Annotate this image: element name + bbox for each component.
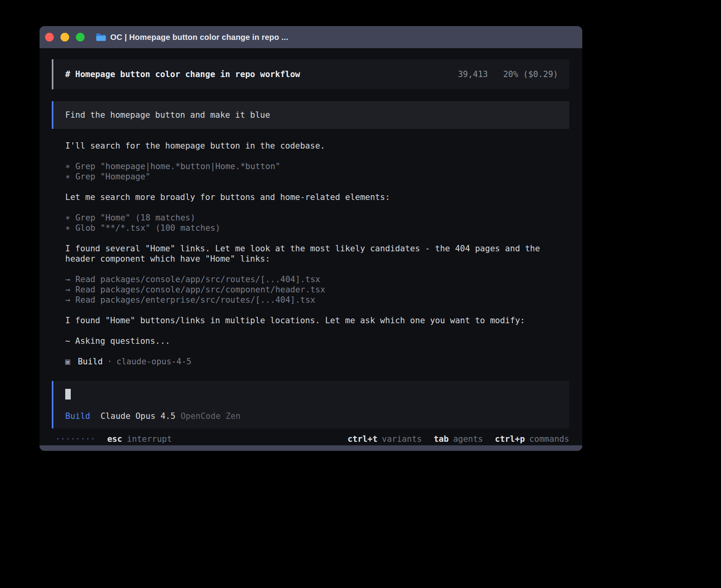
- tool-asterisk-icon: ∗: [65, 172, 70, 181]
- tool-call-text: Read packages/enterprise/src/routes/[...…: [75, 295, 315, 305]
- tool-call-text: Read packages/console/app/src/component/…: [75, 285, 325, 294]
- provider-label: OpenCode Zen: [181, 411, 241, 421]
- tool-asterisk-icon: ∗: [65, 213, 70, 222]
- tool-call-grep: ∗Grep "Homepage": [65, 172, 544, 182]
- asking-questions-status: ~ Asking questions...: [65, 336, 544, 346]
- tool-call-group: ∗Grep "homepage|home.*button|Home.*butto…: [65, 161, 544, 182]
- zoom-button[interactable]: [76, 33, 85, 41]
- tool-call-text: Grep "Home" (18 matches): [75, 213, 195, 222]
- window-controls: [45, 33, 85, 41]
- agent-square-icon: ▣: [65, 356, 70, 367]
- token-count: 39,413: [458, 70, 488, 79]
- tool-call-read: →Read packages/enterprise/src/routes/[..…: [65, 295, 544, 305]
- tool-call-group: ∗Grep "Home" (18 matches) ∗Glob "**/*.ts…: [65, 213, 544, 233]
- tool-asterisk-icon: ∗: [65, 162, 70, 171]
- tool-call-text: Grep "homepage|home.*button|Home.*button…: [75, 162, 280, 171]
- shortcut-key: ctrl+t: [347, 434, 377, 444]
- session-title: # Homepage button color change in repo w…: [65, 69, 300, 79]
- assistant-text: I'll search for the homepage button in t…: [65, 141, 544, 151]
- shortcut-label: agents: [453, 434, 483, 444]
- assistant-paragraph: Let me search more broadly for buttons a…: [65, 192, 544, 202]
- tool-call-text: Glob "**/*.tsx" (100 matches): [75, 223, 221, 233]
- shortcut-key: ctrl+p: [495, 434, 525, 444]
- tool-call-text: Read packages/console/app/src/routes/[..…: [75, 275, 321, 284]
- esc-action-label: interrupt: [127, 434, 172, 444]
- shortcut-agents: tabagents: [434, 434, 483, 444]
- esc-key-hint: esc: [107, 434, 122, 444]
- tool-call-read: →Read packages/console/app/src/routes/[.…: [65, 274, 544, 285]
- tool-call-text: Grep "Homepage": [75, 172, 151, 181]
- arrow-right-icon: →: [65, 295, 70, 305]
- tool-call-read: →Read packages/console/app/src/component…: [65, 285, 544, 295]
- status-line: ~ Asking questions...: [65, 336, 544, 346]
- session-stats: 39,413 20% ($0.29): [458, 69, 558, 79]
- window-title: OC | Homepage button color change in rep…: [110, 33, 288, 42]
- prompt-input[interactable]: Build Claude Opus 4.5 OpenCode Zen: [52, 381, 569, 428]
- assistant-paragraph: I found several "Home" links. Let me loo…: [65, 243, 544, 264]
- terminal-window: OC | Homepage button color change in rep…: [40, 26, 582, 451]
- status-bar: ········ esc interrupt ctrl+tvariants ta…: [52, 434, 569, 444]
- assistant-text: Let me search more broadly for buttons a…: [65, 192, 544, 202]
- tool-call-grep: ∗Grep "Home" (18 matches): [65, 213, 544, 223]
- shortcut-variants: ctrl+tvariants: [347, 434, 422, 444]
- folder-icon: [96, 33, 106, 41]
- assistant-text: I found several "Home" links. Let me loo…: [65, 243, 544, 264]
- tool-call-grep: ∗Grep "homepage|home.*button|Home.*butto…: [65, 161, 544, 172]
- shortcut-key: tab: [434, 434, 449, 444]
- user-message-text: Find the homepage button and make it blu…: [65, 110, 270, 120]
- titlebar: OC | Homepage button color change in rep…: [40, 26, 582, 48]
- arrow-right-icon: →: [65, 285, 70, 294]
- status-bar-right: ctrl+tvariants tabagents ctrl+pcommands: [347, 434, 569, 444]
- session-header: # Homepage button color change in repo w…: [52, 59, 569, 89]
- spinner-dots: ········: [55, 434, 95, 444]
- agent-status-line: ▣ Build · claude-opus-4-5: [65, 356, 544, 367]
- status-bar-left: ········ esc interrupt: [55, 434, 172, 444]
- text-cursor: [65, 389, 71, 400]
- minimize-button[interactable]: [60, 33, 69, 41]
- shortcut-label: commands: [529, 434, 569, 444]
- separator-dot: ·: [107, 356, 112, 367]
- tool-asterisk-icon: ∗: [65, 223, 70, 233]
- agent-model: claude-opus-4-5: [117, 356, 192, 367]
- terminal-content: # Homepage button color change in repo w…: [40, 48, 582, 445]
- window-bottom-edge: [40, 445, 582, 451]
- arrow-right-icon: →: [65, 275, 70, 284]
- tool-call-group: →Read packages/console/app/src/routes/[.…: [65, 274, 544, 305]
- input-meta-row: Build Claude Opus 4.5 OpenCode Zen: [65, 411, 558, 421]
- shortcut-label: variants: [382, 434, 422, 444]
- model-label: Claude Opus 4.5: [100, 411, 176, 421]
- context-usage: 20% ($0.29): [503, 70, 558, 79]
- assistant-paragraph: I found "Home" buttons/links in multiple…: [65, 315, 544, 326]
- assistant-text: I found "Home" buttons/links in multiple…: [65, 315, 544, 326]
- tool-call-glob: ∗Glob "**/*.tsx" (100 matches): [65, 223, 544, 233]
- mode-label: Build: [65, 411, 90, 421]
- close-button[interactable]: [45, 33, 54, 41]
- assistant-response: I'll search for the homepage button in t…: [52, 141, 569, 367]
- agent-name: Build: [78, 356, 103, 367]
- shortcut-commands: ctrl+pcommands: [495, 434, 569, 444]
- user-message: Find the homepage button and make it blu…: [52, 101, 569, 129]
- assistant-paragraph: I'll search for the homepage button in t…: [65, 141, 544, 151]
